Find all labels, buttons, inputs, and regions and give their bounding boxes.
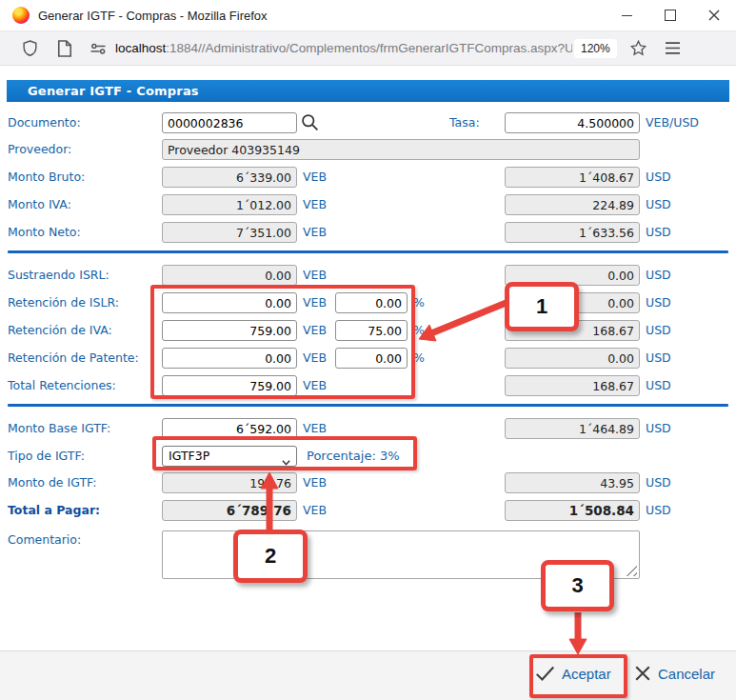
total-pagar-usd-input bbox=[505, 500, 640, 521]
veb-unit-label: VEB bbox=[303, 348, 327, 369]
shield-button[interactable] bbox=[21, 38, 39, 58]
annotation-badge-3: 3 bbox=[541, 560, 614, 611]
cancelar-button-label: Cancelar bbox=[658, 666, 715, 682]
monto-iva-usd-input bbox=[505, 194, 640, 215]
monto-neto-row: Monto Neto: VEB USD bbox=[0, 222, 736, 243]
proveedor-input bbox=[162, 139, 640, 160]
veb-unit-label: VEB bbox=[303, 472, 327, 493]
usd-unit-label: USD bbox=[646, 222, 671, 243]
window-titlebar: Generar IGTF - Compras - Mozilla Firefox bbox=[0, 0, 736, 31]
url-path: :1884//Administrativo/Complementos/frmGe… bbox=[166, 41, 572, 55]
permissions-button[interactable] bbox=[89, 39, 108, 58]
sustraendo-isrl-veb-input bbox=[162, 265, 297, 286]
aceptar-button-label: Aceptar bbox=[562, 666, 611, 682]
page-icon bbox=[57, 39, 72, 58]
firefox-window: Generar IGTF - Compras - Mozilla Firefox… bbox=[0, 0, 736, 700]
retencion-patente-pct-input[interactable] bbox=[335, 348, 408, 369]
documento-row: Documento: Tasa: VEB/USD bbox=[0, 112, 736, 133]
veb-unit-label: VEB bbox=[303, 320, 327, 341]
usd-unit-label: USD bbox=[646, 194, 671, 215]
retencion-iva-label: Retención de IVA: bbox=[8, 320, 112, 341]
veb-unit-label: VEB bbox=[303, 375, 327, 396]
cancelar-button[interactable]: Cancelar bbox=[634, 665, 715, 682]
hamburger-icon bbox=[665, 41, 681, 55]
retencion-patente-usd-input bbox=[505, 348, 640, 369]
retencion-islr-pct-input[interactable] bbox=[335, 292, 408, 313]
documento-label: Documento: bbox=[8, 112, 81, 133]
monto-base-igtf-veb-input[interactable] bbox=[162, 418, 297, 439]
star-icon bbox=[629, 39, 647, 57]
permissions-icon bbox=[89, 39, 108, 58]
x-icon bbox=[634, 665, 651, 682]
monto-bruto-row: Monto Bruto: VEB USD bbox=[0, 167, 736, 188]
retencion-patente-veb-input[interactable] bbox=[162, 348, 297, 369]
usd-unit-label: USD bbox=[646, 418, 671, 439]
total-pagar-row: Total a Pagar: VEB USD bbox=[0, 500, 736, 521]
maximize-icon bbox=[665, 10, 676, 21]
total-retenciones-veb-input[interactable] bbox=[162, 375, 297, 396]
page-info-button[interactable] bbox=[57, 39, 72, 58]
total-retenciones-usd-input bbox=[505, 375, 640, 396]
annotation-badge-2: 2 bbox=[233, 530, 308, 583]
tasa-unit-label: VEB/USD bbox=[646, 112, 699, 133]
menu-button[interactable] bbox=[665, 41, 681, 55]
retencion-islr-row: Retención de ISLR: VEB % USD bbox=[0, 292, 736, 313]
monto-bruto-veb-input bbox=[162, 167, 297, 188]
percent-unit-label: % bbox=[413, 292, 425, 313]
monto-iva-label: Monto IVA: bbox=[8, 194, 71, 215]
url-bar[interactable]: localhost:1884//Administrativo/Complemen… bbox=[115, 41, 572, 55]
url-host: localhost bbox=[115, 41, 166, 55]
veb-unit-label: VEB bbox=[303, 292, 327, 313]
minimize-icon bbox=[622, 15, 632, 16]
close-button[interactable] bbox=[692, 0, 736, 30]
veb-unit-label: VEB bbox=[303, 418, 327, 439]
annotation-badge-1: 1 bbox=[505, 282, 579, 331]
monto-base-igtf-usd-input bbox=[505, 418, 640, 439]
proveedor-label: Proveedor: bbox=[8, 139, 71, 160]
monto-igtf-row: Monto de IGTF: VEB USD bbox=[0, 472, 736, 493]
usd-unit-label: USD bbox=[646, 320, 671, 341]
documento-input[interactable] bbox=[162, 112, 297, 133]
monto-base-igtf-row: Monto Base IGTF: VEB USD bbox=[0, 418, 736, 439]
monto-igtf-usd-input bbox=[505, 472, 640, 493]
search-icon bbox=[300, 112, 320, 132]
search-lookup-button[interactable] bbox=[300, 112, 320, 132]
veb-unit-label: VEB bbox=[303, 265, 327, 286]
veb-unit-label: VEB bbox=[303, 167, 327, 188]
retencion-iva-pct-input[interactable] bbox=[335, 320, 408, 341]
retencion-patente-label: Retención de Patente: bbox=[8, 348, 139, 369]
retencion-islr-label: Retención de ISLR: bbox=[8, 292, 119, 313]
proveedor-row: Proveedor: bbox=[0, 139, 736, 160]
total-pagar-veb-input bbox=[162, 500, 297, 521]
firefox-icon bbox=[12, 7, 30, 24]
section-divider bbox=[8, 250, 728, 253]
total-retenciones-label: Total Retenciones: bbox=[8, 375, 116, 396]
aceptar-button[interactable]: Aceptar bbox=[535, 665, 611, 682]
tipo-igtf-label: Tipo de IGTF: bbox=[8, 446, 85, 467]
bookmark-button[interactable] bbox=[629, 39, 647, 57]
percent-unit-label: % bbox=[413, 348, 425, 369]
window-controls bbox=[605, 0, 736, 30]
retencion-islr-veb-input[interactable] bbox=[162, 292, 297, 313]
maximize-button[interactable] bbox=[648, 0, 692, 30]
zoom-level-badge[interactable]: 120% bbox=[574, 39, 617, 58]
tasa-input[interactable] bbox=[505, 112, 640, 133]
monto-bruto-usd-input bbox=[505, 167, 640, 188]
monto-base-igtf-label: Monto Base IGTF: bbox=[8, 418, 110, 439]
usd-unit-label: USD bbox=[646, 292, 671, 313]
usd-unit-label: USD bbox=[646, 265, 671, 286]
total-retenciones-row: Total Retenciones: VEB USD bbox=[0, 375, 736, 396]
monto-iva-veb-input bbox=[162, 194, 297, 215]
browser-toolbar: localhost:1884//Administrativo/Complemen… bbox=[0, 31, 736, 66]
minimize-button[interactable] bbox=[605, 0, 648, 30]
veb-unit-label: VEB bbox=[303, 500, 327, 521]
sustraendo-isrl-label: Sustraendo ISRL: bbox=[8, 265, 109, 286]
tipo-igtf-select[interactable]: IGTF3P bbox=[162, 446, 297, 467]
retencion-iva-veb-input[interactable] bbox=[162, 320, 297, 341]
form-footer: Aceptar Cancelar bbox=[0, 650, 736, 700]
usd-unit-label: USD bbox=[646, 472, 671, 493]
usd-unit-label: USD bbox=[646, 167, 671, 188]
shield-icon bbox=[21, 38, 39, 58]
monto-neto-veb-input bbox=[162, 222, 297, 243]
close-icon bbox=[708, 10, 720, 21]
